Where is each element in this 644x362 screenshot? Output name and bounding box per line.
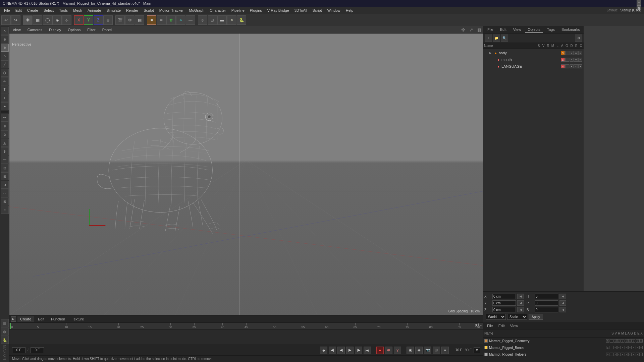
tool-brush[interactable]: ⬡ — [1, 69, 9, 77]
viewport-expand-icon[interactable]: ⤢ — [469, 27, 473, 33]
next-key-btn[interactable]: |▶ — [355, 347, 362, 354]
rp-tab-objects[interactable]: Objects — [525, 27, 543, 33]
coord-y-lock[interactable]: ◀ — [517, 300, 524, 306]
prev-key-btn[interactable]: ◀| — [329, 347, 336, 354]
go-to-start-btn[interactable]: ⏮ — [320, 347, 327, 354]
rp-tab-bookmarks[interactable]: Bookmarks — [559, 27, 583, 33]
viewport-canvas[interactable]: Perspective — [9, 34, 483, 315]
redo-button[interactable]: ↪ — [11, 15, 20, 25]
snap-settings-btn[interactable]: ⊿ — [208, 15, 217, 25]
badge-geo-v[interactable] — [610, 339, 613, 343]
snap-btn[interactable]: ⧲ — [198, 15, 207, 25]
rp-tab-edit[interactable]: Edit — [497, 27, 509, 33]
axis-x-btn[interactable]: X — [74, 15, 84, 25]
badge-geo-l[interactable]: × — [621, 339, 624, 343]
sculpt-btn[interactable]: ✿ — [166, 15, 176, 25]
coord-z-lock[interactable]: ◀ — [517, 307, 524, 312]
axis-y-btn[interactable]: Y — [84, 15, 93, 25]
tool-bridge[interactable]: ⌗ — [1, 206, 9, 214]
obj-btm-tab-view[interactable]: View — [507, 323, 521, 328]
tool-layers[interactable]: ☰ — [1, 319, 9, 327]
badge-l-language[interactable]: × — [578, 64, 582, 68]
badge-bones-a[interactable]: × — [625, 346, 628, 349]
menu-window[interactable]: Window — [325, 8, 343, 13]
badge-s-body[interactable]: S — [561, 51, 565, 55]
menu-vray[interactable]: V-Ray Bridge — [265, 8, 292, 13]
menu-sculpt[interactable]: Sculpt — [141, 8, 157, 13]
tool-twist[interactable]: ⊛ — [1, 122, 9, 130]
badge-bones-m[interactable]: × — [617, 346, 621, 349]
apply-button[interactable]: Apply — [529, 314, 543, 320]
hair-btn[interactable]: ≈ — [176, 15, 185, 25]
menu-plugins[interactable]: Plugins — [247, 8, 265, 13]
coord-p-btn[interactable]: ◀ — [559, 300, 566, 306]
menu-3dtoall[interactable]: 3DToAll — [292, 8, 310, 13]
viewport-menu-view[interactable]: View — [11, 27, 23, 33]
obj-row-helpers[interactable]: Marmot_Rigged_Helpers S × × × × × × × × — [483, 351, 644, 358]
more-btn[interactable]: ≡ — [441, 347, 449, 354]
menu-script[interactable]: Script — [310, 8, 325, 13]
badge-geo-d[interactable]: × — [632, 339, 635, 343]
coord-b-input[interactable] — [535, 307, 558, 312]
record-settings-btn[interactable]: ? — [394, 347, 401, 354]
menu-pipeline[interactable]: Pipeline — [229, 8, 247, 13]
menu-create[interactable]: Create — [24, 8, 41, 13]
rp-add-btn[interactable]: + — [485, 35, 492, 42]
viewport-menu-options[interactable]: Options — [66, 27, 83, 33]
badge-l-mouth[interactable]: × — [578, 58, 582, 62]
axis-world-btn[interactable]: ⊕ — [103, 15, 113, 25]
menu-mesh[interactable]: Mesh — [70, 8, 85, 13]
badge-helpers-s[interactable]: S — [606, 353, 609, 356]
frame-offset-input[interactable] — [31, 347, 44, 353]
badge-v-body[interactable] — [565, 51, 569, 55]
tool-move[interactable]: ⊕ — [1, 35, 9, 43]
coord-y-input[interactable] — [492, 300, 516, 306]
scale-dropdown[interactable]: Scale Size — [507, 314, 527, 320]
render-region-btn[interactable]: ▤ — [135, 15, 144, 25]
tool-bend[interactable]: 〜 — [1, 114, 9, 122]
python-btn[interactable]: 🐍 — [237, 15, 246, 25]
record-btn[interactable]: ● — [376, 347, 384, 354]
auto-record-btn[interactable]: ⊕ — [385, 347, 392, 354]
badge-bones-s[interactable]: S — [606, 346, 609, 349]
badge-helpers-d[interactable]: × — [632, 353, 635, 356]
timeline-expand-btn[interactable]: ▸ — [11, 316, 16, 322]
motion-blur-btn[interactable]: ◈ — [415, 347, 423, 354]
tool-taper[interactable]: ◬ — [1, 139, 9, 147]
tool-text[interactable]: T — [1, 85, 9, 94]
select-free-btn[interactable]: ◈ — [52, 15, 62, 25]
obj-row-bones[interactable]: Marmot_Rigged_Bones S × × × × × × × × — [483, 344, 644, 351]
body-paint-btn[interactable]: — — [186, 15, 195, 25]
badge-geo-x[interactable]: × — [639, 339, 643, 343]
tool-eyedropper[interactable]: ✦ — [1, 102, 9, 110]
badge-r-body[interactable]: × — [570, 51, 574, 55]
select-live-btn[interactable]: ✜ — [23, 15, 33, 25]
tool-shear[interactable]: ⊘ — [1, 130, 9, 138]
render-settings-btn[interactable]: ⚙ — [125, 15, 135, 25]
rp-search-btn[interactable]: 🔍 — [501, 35, 508, 42]
badge-helpers-a[interactable]: × — [625, 353, 628, 356]
badge-geo-e[interactable]: × — [636, 339, 639, 343]
badge-l-body[interactable]: × — [578, 51, 582, 55]
coord-h-input[interactable] — [535, 294, 558, 299]
badge-v-mouth[interactable] — [565, 58, 569, 62]
rp-settings-btn[interactable]: ⚙ — [575, 35, 582, 42]
menu-tools[interactable]: Tools — [56, 8, 70, 13]
tool-edge-bevel[interactable]: ⊿ — [1, 181, 9, 189]
badge-helpers-l[interactable]: × — [621, 353, 624, 356]
tool-magnet[interactable]: $ — [1, 147, 9, 155]
maximize-button[interactable]: □ — [637, 1, 641, 6]
badge-bones-x[interactable]: × — [639, 346, 643, 349]
coord-b-btn[interactable]: ◀ — [559, 307, 566, 312]
badge-m-language[interactable]: × — [574, 64, 578, 68]
viewport-menu-display[interactable]: Display — [47, 27, 63, 33]
light-btn[interactable]: ☀ — [227, 15, 236, 25]
tool-python-sidebar[interactable]: 🐍 — [1, 336, 9, 344]
select-move-btn[interactable]: ⊹ — [62, 15, 71, 25]
menu-edit[interactable]: Edit — [13, 8, 24, 13]
menu-simulate[interactable]: Simulate — [104, 8, 123, 13]
tool-rotate[interactable]: ↻ — [1, 44, 9, 52]
menu-mograph[interactable]: MoGraph — [186, 8, 207, 13]
badge-r-mouth[interactable]: × — [570, 58, 574, 62]
viewport-menu-filter[interactable]: Filter — [85, 27, 97, 33]
